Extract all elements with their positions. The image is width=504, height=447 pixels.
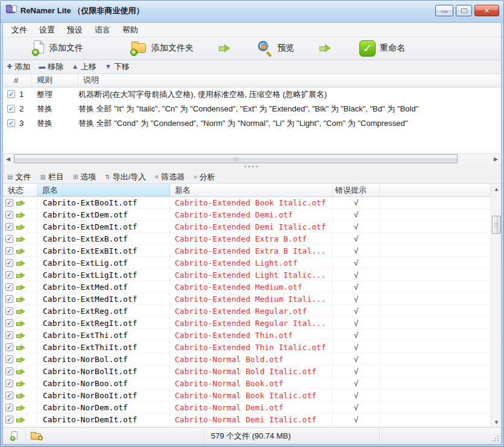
rule-move-down-button[interactable]: ▼ 下移 (105, 61, 130, 72)
rename-button[interactable]: ✓ 重命名 (354, 38, 410, 59)
status-browse-panel[interactable] (26, 428, 205, 444)
file-row[interactable]: ✓Cabrito-ExtRegIt.otfCabrito-Extended Re… (3, 317, 491, 330)
preview-button[interactable]: 预览 (253, 38, 299, 58)
file-checkbox[interactable]: ✓ (5, 271, 13, 279)
file-row[interactable]: ✓Cabrito-NorBoo.otfCabrito-Normal Book.o… (3, 378, 491, 390)
file-row[interactable]: ✓Cabrito-NorBol.otfCabrito-Normal Bold.o… (3, 354, 491, 366)
error-status-mark: √ (333, 390, 380, 401)
files-header-old-name[interactable]: 原名 (37, 184, 170, 196)
minimize-button[interactable] (435, 5, 453, 16)
rules-header-rule[interactable]: 规则 (32, 74, 78, 87)
file-checkbox[interactable]: ✓ (5, 259, 13, 267)
file-row[interactable]: ✓Cabrito-NorDemIt.otfCabrito-Normal Demi… (3, 414, 491, 426)
rule-checkbox[interactable]: ✓ (7, 90, 15, 98)
file-row[interactable]: ✓Cabrito-ExtMed.otfCabrito-Extended Medi… (3, 281, 491, 293)
file-row[interactable]: ✓Cabrito-NorDem.otfCabrito-Normal Demi.o… (3, 402, 491, 414)
menu-item-2[interactable]: 设置 (33, 23, 61, 37)
tab-导出/导入[interactable]: ⇅导出/导入 (105, 172, 146, 183)
scroll-right-arrow-icon[interactable]: ▶ (491, 154, 501, 164)
menu-item-5[interactable]: 帮助 (116, 23, 144, 37)
tab-选项[interactable]: ⊞选项 (73, 172, 96, 183)
vertical-scrollbar-thumb[interactable] (492, 216, 501, 234)
files-header-error[interactable]: 错误提示 (333, 184, 380, 196)
rule-move-up-button[interactable]: ▲ 上移 (72, 61, 96, 72)
file-row[interactable]: ✓Cabrito-ExtThi.otfCabrito-Extended Thin… (3, 330, 491, 342)
file-row[interactable]: ✓Cabrito-ExtLigIt.otfCabrito-Extended Li… (3, 269, 491, 281)
file-checkbox[interactable]: ✓ (5, 355, 13, 363)
rule-row[interactable]: ✓3替换替换 全部 "Cond" 为 "Condensed", "Norm" 为… (3, 116, 501, 131)
menu-item-3[interactable]: 预设 (61, 23, 89, 37)
file-row[interactable]: ✓Cabrito-ExtMedIt.otfCabrito-Extended Me… (3, 293, 491, 305)
files-header-status[interactable]: 状态 (3, 184, 37, 196)
file-checkbox[interactable]: ✓ (5, 319, 13, 327)
file-row[interactable]: ✓Cabrito-ExtReg.otfCabrito-Extended Regu… (3, 305, 491, 317)
scroll-left-arrow-icon[interactable]: ◀ (3, 154, 13, 164)
menu-item-4[interactable]: 语言 (89, 23, 116, 37)
file-row[interactable]: ✓Cabrito-ExtDemIt.otfCabrito-Extended De… (3, 221, 491, 233)
rule-row[interactable]: ✓1整理机器断词(在大写字母前插入空格), 使用标准空格, 压缩空格 (忽略扩展… (3, 87, 501, 102)
tab-栏目[interactable]: ▥栏目 (40, 172, 63, 183)
file-checkbox[interactable]: ✓ (5, 331, 13, 339)
file-checkbox[interactable]: ✓ (5, 211, 13, 219)
status-add-files-panel[interactable]: + (3, 428, 26, 444)
file-checkbox[interactable]: ✓ (5, 416, 13, 424)
rules-toolbar: ✚ 添加 ▬ 移除 ▲ 上移 ▼ 下移 (3, 60, 501, 74)
files-vertical-scrollbar[interactable]: ▲ ▼ (491, 184, 501, 427)
resize-grip-icon[interactable] (492, 435, 499, 442)
rule-checkbox[interactable]: ✓ (7, 119, 15, 127)
old-file-name: Cabrito-NorBolIt.otf (43, 367, 137, 376)
file-checkbox[interactable]: ✓ (5, 223, 13, 231)
file-checkbox[interactable]: ✓ (5, 283, 13, 291)
rule-add-button[interactable]: ✚ 添加 (7, 61, 30, 72)
file-row[interactable]: ✓Cabrito-NorBooIt.otfCabrito-Normal Book… (3, 390, 491, 402)
file-checkbox[interactable]: ✓ (5, 367, 13, 375)
tab-筛选器[interactable]: ≡筛选器 (155, 172, 184, 183)
add-files-button[interactable]: + 添加文件 (27, 38, 88, 58)
close-button[interactable]: ✕ (474, 5, 499, 16)
file-row[interactable]: ✓Cabrito-ExtDem.otfCabrito-Extended Demi… (3, 209, 491, 221)
file-row[interactable]: ✓Cabrito-ExtLig.otfCabrito-Extended Ligh… (3, 257, 491, 269)
rule-checkbox[interactable]: ✓ (7, 105, 15, 113)
file-checkbox[interactable]: ✓ (5, 380, 13, 387)
horizontal-scrollbar-thumb[interactable] (14, 154, 458, 163)
rename-pending-arrow-icon (16, 296, 25, 302)
file-row[interactable]: ✓Cabrito-ExtExB.otfCabrito-Extended Extr… (3, 233, 491, 245)
old-file-name: Cabrito-ExtDemIt.otf (43, 222, 137, 231)
rules-header-description[interactable]: 说明 (78, 74, 501, 87)
tab-文件[interactable]: ▤文件 (7, 172, 31, 183)
tab-分析[interactable]: »分析 (194, 172, 215, 183)
rename-pending-arrow-icon (16, 236, 25, 242)
file-row[interactable]: ✓Cabrito-ExtThiIt.otfCabrito-Extended Th… (3, 342, 491, 354)
rule-remove-button[interactable]: ▬ 移除 (39, 61, 63, 72)
maximize-button[interactable] (456, 5, 472, 16)
panel-splitter[interactable]: •••• (3, 164, 501, 171)
rules-header-number[interactable]: # (3, 74, 32, 87)
scroll-up-arrow-icon[interactable]: ▲ (491, 184, 502, 194)
file-row[interactable]: ✓Cabrito-NorBolIt.otfCabrito-Normal Bold… (3, 366, 491, 378)
file-checkbox[interactable]: ✓ (5, 295, 13, 303)
error-status-mark: √ (333, 269, 380, 281)
file-checkbox[interactable]: ✓ (5, 247, 13, 255)
file-row[interactable]: ✓Cabrito-ExtExBIt.otfCabrito-Extended Ex… (3, 245, 491, 257)
rule-row[interactable]: ✓2替换替换 全部 "It" 为 "Italic", "Cn" 为 "Conde… (3, 102, 501, 116)
rule-name: 替换 (32, 118, 78, 129)
app-icon (6, 5, 17, 15)
add-folders-button[interactable]: + 添加文件夹 (125, 38, 198, 58)
file-checkbox[interactable]: ✓ (5, 235, 13, 243)
new-file-name: Cabrito-Extended Regular.otf (175, 307, 307, 316)
file-checkbox[interactable]: ✓ (5, 307, 13, 315)
old-file-name: Cabrito-NorBol.otf (43, 355, 128, 364)
file-checkbox[interactable]: ✓ (5, 392, 13, 399)
file-checkbox[interactable]: ✓ (5, 404, 13, 411)
files-header-new-name[interactable]: 新名 (170, 184, 333, 196)
scroll-down-arrow-icon[interactable]: ▼ (491, 417, 502, 427)
menu-item-1[interactable]: 文件 (5, 23, 33, 37)
add-file-icon: + (32, 40, 45, 56)
file-checkbox[interactable]: ✓ (5, 343, 13, 351)
new-file-name: Cabrito-Extended Extra B.otf (175, 234, 307, 243)
old-file-name: Cabrito-NorDem.otf (43, 403, 128, 412)
rules-horizontal-scrollbar[interactable]: ◀ ▶ (3, 153, 501, 164)
file-row[interactable]: ✓Cabrito-ExtBooIt.otfCabrito-Extended Bo… (3, 197, 491, 209)
file-checkbox[interactable]: ✓ (5, 199, 13, 207)
old-file-name: Cabrito-ExtReg.otf (43, 307, 128, 316)
